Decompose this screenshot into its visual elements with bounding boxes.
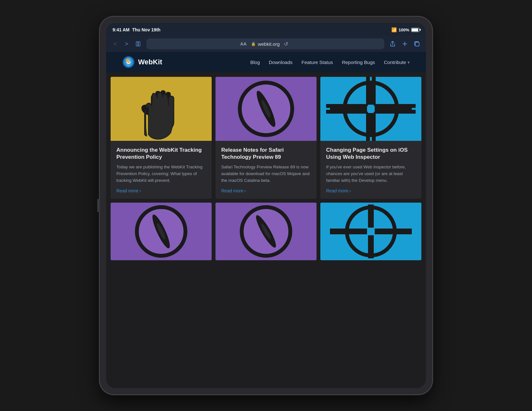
side-handle (97, 199, 100, 212)
svg-rect-46 (368, 235, 374, 258)
card-image-1 (111, 77, 212, 141)
share-button[interactable] (388, 39, 397, 48)
back-button[interactable]: < (111, 39, 120, 48)
blog-grid: Announcing the WebKit Tracking Preventio… (106, 72, 426, 265)
blog-card-1: Announcing the WebKit Tracking Preventio… (111, 77, 212, 199)
lock-icon: 🔒 (251, 42, 256, 46)
chevron-down-icon: ∨ (407, 60, 410, 64)
target-illustration-2 (320, 203, 421, 260)
card-image-5 (215, 203, 317, 260)
card-title-1: Announcing the WebKit Tracking Preventio… (116, 147, 206, 161)
target-illustration-1 (320, 77, 421, 141)
svg-rect-1 (138, 42, 140, 46)
battery-icon (411, 28, 419, 32)
share-icon (389, 41, 396, 47)
read-more-2-chevron: › (244, 188, 246, 193)
wifi-icon: 📶 (391, 27, 397, 32)
status-left: 9:41 AM Thu Nov 19th (113, 27, 160, 32)
read-more-1[interactable]: Read more › (116, 188, 141, 193)
card-title-3: Changing Page Settings on iOS Using Web … (326, 147, 416, 161)
bookmarks-button[interactable] (134, 39, 143, 48)
site-header: WebKit Blog Downloads Feature Status Rep… (106, 52, 426, 72)
card-image-3 (320, 77, 421, 141)
status-bar: 9:41 AM Thu Nov 19th 📶 100% (106, 23, 426, 36)
card-excerpt-3: If you've ever used Web Inspector before… (326, 164, 416, 184)
compass-illustration-3 (215, 203, 317, 260)
compass-illustration-1 (215, 77, 317, 141)
svg-point-9 (126, 59, 129, 62)
read-more-3-label: Read more (326, 188, 348, 193)
blog-card-6 (320, 203, 421, 260)
date: Thu Nov 19th (132, 27, 160, 32)
tabs-icon (414, 41, 420, 47)
svg-rect-31 (368, 81, 374, 105)
svg-rect-32 (368, 113, 374, 137)
back-icon: < (113, 41, 117, 47)
svg-rect-29 (330, 106, 367, 112)
url-bar[interactable]: AA 🔒 webkit.org ↺ (146, 38, 384, 49)
card-excerpt-1: Today we are publishing the WebKit Track… (116, 164, 206, 184)
contribute-label: Contribute (384, 60, 406, 65)
site-nav: Blog Downloads Feature Status Reporting … (250, 60, 410, 65)
blog-card-2: Release Notes for Safari Technology Prev… (215, 77, 317, 199)
read-more-2[interactable]: Read more › (221, 188, 246, 193)
blog-card-4 (111, 203, 212, 260)
battery-percent: 100% (399, 28, 409, 32)
read-more-2-label: Read more (221, 188, 243, 193)
site-name: WebKit (138, 58, 162, 66)
card-body-1: Announcing the WebKit Tracking Preventio… (111, 141, 212, 199)
bookmarks-icon (135, 41, 141, 47)
aa-label: AA (240, 41, 246, 46)
refresh-button[interactable]: ↺ (282, 39, 291, 48)
svg-rect-0 (136, 42, 138, 46)
svg-rect-43 (330, 229, 367, 234)
ipad-frame: 9:41 AM Thu Nov 19th 📶 100% < > (100, 17, 432, 394)
add-tab-icon (402, 41, 408, 47)
nav-feature-status[interactable]: Feature Status (301, 60, 333, 65)
read-more-1-label: Read more (116, 188, 138, 193)
hand-illustration (111, 77, 212, 141)
read-more-1-chevron: › (139, 188, 141, 193)
card-image-6 (320, 203, 421, 260)
nav-reporting-bugs[interactable]: Reporting Bugs (342, 60, 375, 65)
blog-card-3: Changing Page Settings on iOS Using Web … (320, 77, 421, 199)
toolbar-right (388, 39, 421, 48)
card-body-2: Release Notes for Safari Technology Prev… (215, 141, 317, 199)
card-title-2: Release Notes for Safari Technology Prev… (221, 147, 311, 161)
compass-illustration-2 (111, 203, 212, 260)
webkit-logo (122, 56, 135, 68)
svg-rect-44 (375, 229, 412, 234)
browser-chrome: < > AA 🔒 webkit.org ↺ (106, 36, 426, 52)
nav-contribute[interactable]: Contribute ∨ (384, 60, 410, 65)
add-tab-button[interactable] (400, 39, 409, 48)
svg-rect-30 (375, 106, 412, 112)
read-more-3-chevron: › (349, 188, 351, 193)
status-right: 📶 100% (391, 27, 419, 32)
card-body-3: Changing Page Settings on iOS Using Web … (320, 141, 421, 199)
card-excerpt-2: Safari Technology Preview Release 89 is … (221, 164, 311, 184)
main-content: WebKit Blog Downloads Feature Status Rep… (106, 52, 426, 388)
forward-icon: > (125, 41, 129, 47)
battery-fill (412, 28, 418, 31)
tabs-button[interactable] (412, 39, 421, 48)
svg-rect-3 (415, 42, 419, 46)
url-display: webkit.org (258, 41, 279, 47)
forward-button[interactable]: > (122, 39, 131, 48)
card-image-4 (111, 203, 212, 260)
svg-rect-45 (368, 205, 374, 228)
nav-downloads[interactable]: Downloads (269, 60, 293, 65)
logo-area: WebKit (122, 56, 162, 68)
blog-card-5 (215, 203, 317, 260)
card-image-2 (215, 77, 317, 141)
nav-buttons: < > (111, 39, 143, 48)
time: 9:41 AM (113, 27, 129, 32)
read-more-3[interactable]: Read more › (326, 188, 351, 193)
nav-blog[interactable]: Blog (250, 60, 260, 65)
ipad-screen: 9:41 AM Thu Nov 19th 📶 100% < > (106, 23, 426, 388)
